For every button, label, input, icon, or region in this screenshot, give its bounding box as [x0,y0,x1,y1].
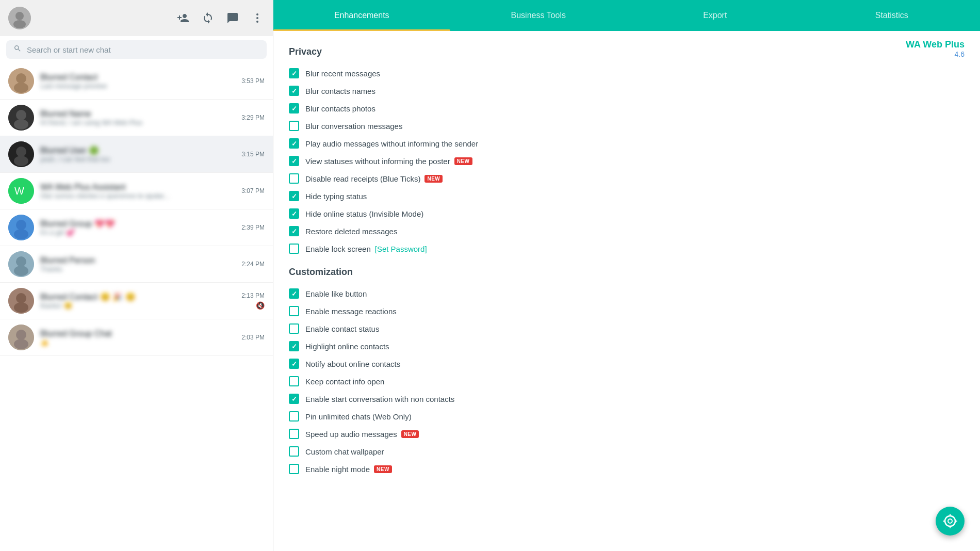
more-options-button[interactable] [250,11,265,25]
chat-name: Blurred Name [40,109,235,119]
new-badge-disable-read: NEW [424,175,443,183]
checkbox-view-statuses[interactable] [289,156,299,166]
checkbox-blur-names[interactable] [289,86,299,96]
checkbox-notify-online[interactable] [289,359,299,369]
checkbox-like-button[interactable] [289,288,299,299]
chat-item[interactable]: W WA Web Plus Assistant Ola! somos clien… [0,173,273,209]
refresh-button[interactable] [201,11,215,25]
chat-name: Blurred Person [40,256,235,265]
svg-point-24 [16,293,26,303]
checkbox-play-audio[interactable] [289,138,299,149]
chat-item[interactable]: Blurred Group Chat 👍 2:03 PM [0,319,273,356]
web-plus-version: 4.6 [955,50,965,58]
tab-business-tools[interactable]: Business Tools [450,0,627,31]
privacy-item-blur-conversation[interactable]: Blur conversation messages [289,118,965,134]
tab-enhancements[interactable]: Enhancements [273,0,450,31]
chat-time: 2:13 PM [241,292,265,299]
tab-statistics[interactable]: Statistics [804,0,981,31]
custom-item-notify-online[interactable]: Notify about online contacts [289,356,965,371]
privacy-section-title: Privacy [289,46,965,57]
top-navigation: Enhancements Business Tools Export Stati… [273,0,980,31]
checkbox-contact-status[interactable] [289,323,299,334]
privacy-item-hide-online[interactable]: Hide online status (Invisible Mode) [289,206,965,221]
custom-item-custom-wallpaper[interactable]: Custom chat wallpaper [289,444,965,459]
chat-item[interactable]: Blurred Group 💖💖 it's a girl 💕 2:39 PM [0,209,273,246]
add-contact-button[interactable] [176,11,190,25]
privacy-label-hide-online: Hide online status (Invisible Mode) [305,209,423,218]
checkbox-enable-lock[interactable] [289,244,299,254]
muted-icon: 🔇 [256,301,265,310]
chat-meta: 3:07 PM [241,187,265,195]
custom-label-notify-online: Notify about online contacts [305,360,400,368]
chat-item[interactable]: Blurred Name Hi friend, I am using WA We… [0,100,273,136]
svg-point-2 [13,20,26,28]
custom-item-keep-contact-info[interactable]: Keep contact info open [289,374,965,389]
search-bar[interactable] [6,40,267,59]
web-plus-badge: WA WA Web PlusWeb Plus 4.6 [906,39,965,58]
custom-label-highlight-online: Highlight online contacts [305,342,389,351]
svg-point-3 [256,13,258,15]
chat-item[interactable]: Blurred Contact Last message preview 3:5… [0,63,273,100]
privacy-item-restore-deleted[interactable]: Restore deleted messages [289,223,965,239]
checkbox-blur-photos[interactable] [289,103,299,114]
search-input[interactable] [27,45,259,54]
chat-item[interactable]: Blurred User 🟢 yeah, I can feel that too… [0,136,273,173]
checkbox-speed-audio[interactable] [289,429,299,439]
custom-item-night-mode[interactable]: Enable night mode NEW [289,461,965,477]
custom-item-pin-unlimited[interactable]: Pin unlimited chats (Web Only) [289,409,965,424]
chat-time: 3:15 PM [241,151,265,158]
custom-item-contact-status[interactable]: Enable contact status [289,321,965,336]
svg-point-13 [16,147,26,157]
checkbox-custom-wallpaper[interactable] [289,446,299,457]
privacy-item-blur-names[interactable]: Blur contacts names [289,83,965,99]
checkbox-blur-conversation[interactable] [289,121,299,131]
chat-list: Blurred Contact Last message preview 3:5… [0,63,273,551]
set-password-link[interactable]: [Set Password] [375,245,427,253]
privacy-item-play-audio[interactable]: Play audio messages without informing th… [289,136,965,151]
tab-export[interactable]: Export [627,0,804,31]
custom-item-message-reactions[interactable]: Enable message reactions [289,303,965,319]
privacy-label-enable-lock: Enable lock screen [Set Password] [305,245,427,253]
custom-label-custom-wallpaper: Custom chat wallpaper [305,447,384,456]
checkbox-blur-recent[interactable] [289,68,299,78]
checkbox-keep-contact-info[interactable] [289,376,299,386]
chat-preview: Hi friend, I am using WA Web Plus [40,119,235,126]
privacy-item-enable-lock[interactable]: Enable lock screen [Set Password] [289,241,965,256]
checkbox-restore-deleted[interactable] [289,226,299,236]
privacy-item-hide-typing[interactable]: Hide typing status [289,188,965,204]
fab-button[interactable] [936,507,965,536]
privacy-item-blur-recent[interactable]: Blur recent messages [289,66,965,81]
custom-label-message-reactions: Enable message reactions [305,307,397,316]
chat-meta: 3:53 PM [241,77,265,85]
checkbox-message-reactions[interactable] [289,306,299,316]
custom-item-speed-audio[interactable]: Speed up audio messages NEW [289,426,965,442]
privacy-item-blur-photos[interactable]: Blur contacts photos [289,101,965,116]
checkbox-highlight-online[interactable] [289,341,299,351]
chat-info: Blurred Group Chat 👍 [40,329,235,346]
checkbox-start-non-contacts[interactable] [289,394,299,404]
chat-item[interactable]: Blurred Contact 😊 🎉 😊 thanks! 😊 2:13 PM … [0,283,273,319]
privacy-item-disable-read[interactable]: Disable read receipts (Blue Ticks) NEW [289,171,965,186]
chat-item[interactable]: Blurred Person Thanks 2:24 PM [0,246,273,283]
custom-item-like-button[interactable]: Enable like button [289,286,965,301]
svg-point-29 [945,516,955,526]
checkbox-pin-unlimited[interactable] [289,411,299,422]
checkbox-night-mode[interactable] [289,464,299,474]
checkbox-hide-online[interactable] [289,208,299,219]
svg-point-28 [14,339,28,349]
svg-point-18 [16,220,26,230]
chat-info: Blurred Person Thanks [40,256,235,273]
web-plus-logo: WA WA Web PlusWeb Plus [906,39,965,50]
svg-point-10 [16,110,26,120]
user-avatar[interactable] [8,7,31,29]
custom-item-start-non-contacts[interactable]: Enable start conversation with non conta… [289,391,965,407]
privacy-label-play-audio: Play audio messages without informing th… [305,139,478,148]
privacy-item-view-statuses[interactable]: View statuses without informing the post… [289,153,965,169]
new-chat-button[interactable] [225,11,240,25]
chat-time: 2:03 PM [241,334,265,341]
checkbox-disable-read[interactable] [289,173,299,184]
privacy-label-restore-deleted: Restore deleted messages [305,227,397,236]
checkbox-hide-typing[interactable] [289,191,299,201]
custom-item-highlight-online[interactable]: Highlight online contacts [289,338,965,354]
chat-time: 3:07 PM [241,187,265,195]
